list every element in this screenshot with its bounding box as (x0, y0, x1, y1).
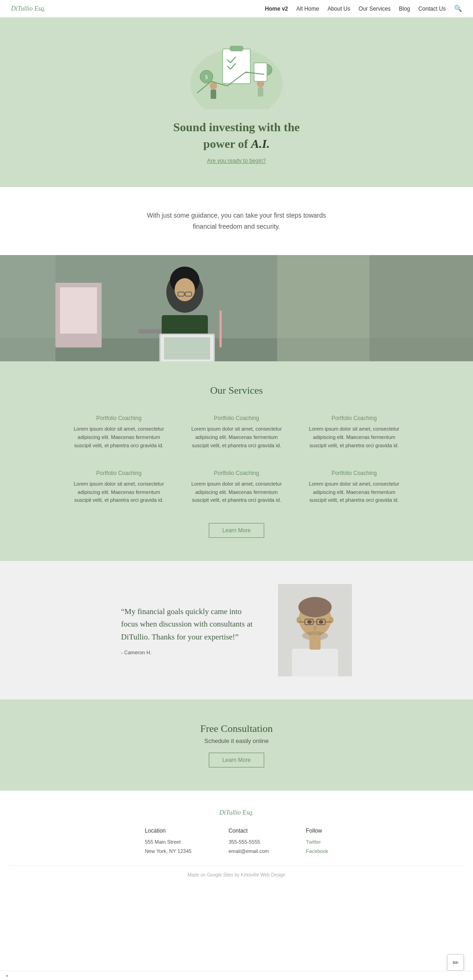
svg-point-39 (297, 617, 301, 623)
footer-location-col: Location 555 Main Street New York, NY 12… (145, 828, 191, 856)
footer-contact-label: Contact (229, 828, 269, 834)
footer-address-line2: New York, NY 12345 (145, 847, 191, 856)
navbar: DiTullio Esq. Home v2 Alt Home About Us … (0, 0, 473, 18)
svg-rect-14 (258, 87, 263, 97)
svg-rect-12 (211, 90, 216, 99)
hero-illustration: $ $ (186, 36, 287, 110)
consultation-subtitle: Schedule it easily online (9, 737, 464, 744)
testimonial-image (278, 584, 352, 676)
service-title-2: Portfolio Coaching (188, 415, 285, 421)
intro-section: With just some guidance, you can take yo… (0, 187, 473, 256)
hero-title-line2: power of (203, 137, 251, 151)
intro-text: With just some guidance, you can take yo… (139, 210, 334, 232)
nav-contact-us[interactable]: Contact Us (418, 6, 446, 12)
footer-email: email@email.com (229, 847, 269, 856)
nav-alt-home[interactable]: Alt Home (297, 6, 319, 12)
hero-title: Sound investing with the power of A.I. (173, 119, 300, 153)
footer: DiTullio Esq. Location 555 Main Street N… (0, 791, 473, 887)
service-title-5: Portfolio Coaching (188, 470, 285, 476)
svg-rect-22 (60, 287, 97, 334)
svg-point-11 (210, 82, 217, 90)
consultation-learn-more-button[interactable]: Learn More (209, 753, 264, 767)
svg-rect-34 (219, 310, 222, 347)
svg-rect-50 (292, 649, 338, 676)
photo-banner-inner (0, 255, 473, 361)
nav-links: Home v2 Alt Home About Us Our Services B… (265, 5, 462, 12)
consultation-section: Free Consultation Schedule it easily onl… (0, 700, 473, 791)
svg-point-47 (319, 620, 323, 624)
svg-rect-2 (230, 46, 243, 51)
svg-rect-19 (277, 255, 370, 361)
testimonial-attribution: - Cameron H. (121, 650, 260, 655)
service-desc-5: Lorem ipsum dolor sit amet, consectetur … (188, 480, 285, 505)
svg-rect-51 (309, 635, 321, 650)
service-desc-2: Lorem ipsum dolor sit amet, consectetur … (188, 425, 285, 450)
hero-section: $ $ Sound investing with the power of A.… (0, 18, 473, 187)
footer-brand: DiTullio Esq. (9, 809, 464, 816)
service-item-1: Portfolio Coaching Lorem ipsum dolor sit… (66, 410, 172, 454)
svg-point-48 (313, 626, 317, 630)
service-desc-1: Lorem ipsum dolor sit amet, consectetur … (70, 425, 168, 450)
svg-rect-18 (0, 255, 55, 361)
services-section: Our Services Portfolio Coaching Lorem ip… (0, 361, 473, 561)
svg-rect-20 (370, 255, 473, 361)
service-item-4: Portfolio Coaching Lorem ipsum dolor sit… (66, 465, 172, 509)
nav-our-services[interactable]: Our Services (358, 6, 390, 12)
nav-about-us[interactable]: About Us (327, 6, 350, 12)
footer-facebook-link[interactable]: Facebook (306, 847, 328, 856)
footer-contact-col: Contact 355-555-5555 email@email.com (229, 828, 269, 856)
service-desc-4: Lorem ipsum dolor sit amet, consectetur … (70, 480, 168, 505)
service-title-1: Portfolio Coaching (70, 415, 168, 421)
service-item-6: Portfolio Coaching Lorem ipsum dolor sit… (301, 465, 407, 509)
footer-location-label: Location (145, 828, 191, 834)
service-title-4: Portfolio Coaching (70, 470, 168, 476)
nav-blog[interactable]: Blog (399, 6, 410, 12)
service-title-6: Portfolio Coaching (305, 470, 403, 476)
hero-cta-link[interactable]: Are you ready to begin? (207, 158, 266, 164)
service-item-3: Portfolio Coaching Lorem ipsum dolor sit… (301, 410, 407, 454)
footer-address-line1: 555 Main Street (145, 838, 191, 847)
footer-follow-label: Follow (306, 828, 328, 834)
brand-logo[interactable]: DiTullio Esq. (11, 5, 46, 12)
footer-columns: Location 555 Main Street New York, NY 12… (9, 828, 464, 856)
services-btn-wrap: Learn More (9, 523, 464, 538)
services-title: Our Services (9, 384, 464, 396)
footer-follow-col: Follow Twitter Facebook (306, 828, 328, 856)
footer-twitter-link[interactable]: Twitter (306, 838, 328, 847)
service-item-5: Portfolio Coaching Lorem ipsum dolor sit… (183, 465, 290, 509)
photo-banner (0, 255, 473, 361)
svg-point-46 (307, 620, 312, 624)
hero-ai-highlight: A.I. (251, 137, 270, 151)
svg-rect-15 (254, 63, 267, 81)
footer-phone: 355-555-5555 (229, 838, 269, 847)
service-desc-3: Lorem ipsum dolor sit amet, consectetur … (305, 425, 403, 450)
hero-title-line1: Sound investing with the (173, 121, 300, 134)
svg-point-26 (175, 278, 195, 301)
testimonial-section: “My financial goals quickly came into fo… (0, 561, 473, 700)
consultation-title: Free Consultation (9, 723, 464, 735)
service-title-3: Portfolio Coaching (305, 415, 403, 421)
footer-bottom-text: Made on Google Sites by Kirksville Web D… (9, 865, 464, 877)
svg-point-38 (298, 597, 332, 617)
services-learn-more-button[interactable]: Learn More (209, 523, 264, 538)
svg-text:$: $ (205, 74, 208, 80)
svg-rect-33 (164, 337, 210, 359)
nav-home-v2[interactable]: Home v2 (265, 6, 288, 12)
service-desc-6: Lorem ipsum dolor sit amet, consectetur … (305, 480, 403, 505)
testimonial-quote: “My financial goals quickly came into fo… (121, 605, 260, 643)
search-icon[interactable]: 🔍 (454, 5, 462, 12)
services-grid: Portfolio Coaching Lorem ipsum dolor sit… (66, 410, 407, 509)
svg-point-40 (329, 617, 334, 623)
service-item-2: Portfolio Coaching Lorem ipsum dolor sit… (183, 410, 290, 454)
testimonial-text: “My financial goals quickly came into fo… (121, 605, 260, 655)
